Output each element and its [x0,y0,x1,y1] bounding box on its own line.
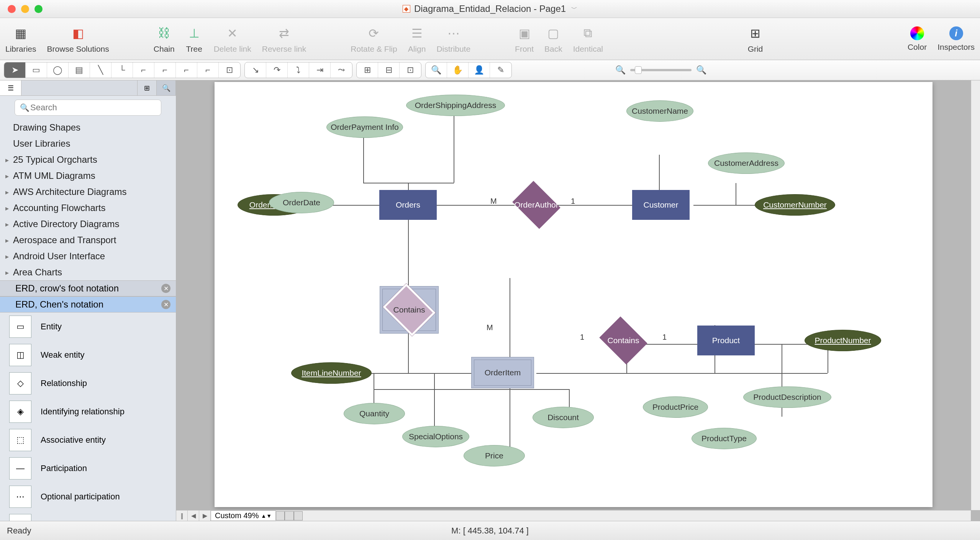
pointer-tool[interactable]: ➤ [4,62,26,78]
arrow-tool-2[interactable]: ↷ [266,62,288,78]
page-thumbnails[interactable] [276,511,303,520]
attr-price[interactable]: Price [464,445,525,466]
attr-orderdate[interactable]: OrderDate [269,192,334,213]
attr-productnumber[interactable]: ProductNumber [805,330,881,351]
vertical-scrollbar[interactable] [971,80,980,510]
lib-item[interactable]: Drawing Shapes [0,119,176,136]
attr-customername[interactable]: CustomerName [626,100,693,122]
connector-tool-1[interactable]: ⌐ [133,62,154,78]
zoom-out-icon[interactable]: 🔍 [615,65,626,75]
rel-orderauthor[interactable]: OrderAuthor [510,184,563,226]
group-tool-1[interactable]: ⊞ [357,62,378,78]
hand-tool[interactable]: ✋ [447,62,469,78]
rel-contains-2[interactable]: Contains [597,319,650,362]
attr-customernumber[interactable]: CustomerNumber [755,194,835,216]
status-text: Ready [0,526,38,536]
person-tool[interactable]: 👤 [469,62,490,78]
canvas-page[interactable]: M 1 1 M 1 1 OrderNumber OrderDate OrderP… [215,82,932,507]
arrow-tool-4[interactable]: ⇥ [309,62,331,78]
back-button: ▢Back [544,25,562,54]
lib-item[interactable]: User Libraries [0,136,176,152]
library-search-input[interactable] [15,100,161,116]
stencil-header-crow[interactable]: ERD, crow's foot notation✕ [0,280,176,296]
zoom-slider[interactable] [630,69,692,71]
maximize-window-button[interactable] [34,5,43,13]
entity-orders[interactable]: Orders [379,190,437,220]
connector-tool-3[interactable]: ⌐ [176,62,197,78]
grid-button[interactable]: ⊞Grid [746,25,764,54]
scroll-pause-icon[interactable]: ‖ [176,511,188,521]
attr-producttype[interactable]: ProductType [692,428,757,449]
attr-ordershipping[interactable]: OrderShippingAddress [406,95,505,116]
arrow-tool-3[interactable]: ⤵ [288,62,309,78]
zoom-select[interactable]: Custom 49%▲▼ [211,511,276,521]
lib-item[interactable]: 25 Typical Orgcharts [0,152,176,168]
entity-orderitem[interactable]: OrderItem [474,360,531,386]
lib-item[interactable]: Accounting Flowcharts [0,200,176,216]
chain-button[interactable]: ⛓Chain [154,25,175,54]
reverse-link-button: ⇄Reverse link [262,25,306,54]
attr-specialoptions[interactable]: SpecialOptions [402,426,469,447]
close-icon[interactable]: ✕ [161,300,170,309]
attr-discount[interactable]: Discount [533,407,594,428]
connector-tool-4[interactable]: ⌐ [197,62,219,78]
browse-solutions-button[interactable]: ◧Browse Solutions [47,25,109,54]
attr-quantity[interactable]: Quantity [344,403,405,424]
entity-product[interactable]: Product [697,326,755,355]
library-list[interactable]: Drawing Shapes User Libraries 25 Typical… [0,119,176,521]
color-button[interactable]: Color [908,26,927,52]
zoom-in-icon[interactable]: 🔍 [696,65,706,75]
title-dropdown-icon[interactable]: ﹀ [571,5,577,13]
arrow-tool-1[interactable]: ↘ [245,62,266,78]
group-tool-2[interactable]: ⊟ [378,62,400,78]
arrow-tool-5[interactable]: ⤳ [331,62,352,78]
pen-tool[interactable]: ✎ [490,62,511,78]
lib-item[interactable]: Area Charts [0,264,176,280]
shape-associative-entity[interactable]: ⬚Associative entity [0,426,176,454]
cardinality: 1 [571,197,575,206]
shape-recursive-relationship[interactable]: ↺Recursive relationship [0,511,176,521]
lib-item[interactable]: Aerospace and Transport [0,232,176,248]
shape-participation[interactable]: —Participation [0,454,176,483]
shape-identifying-relationship[interactable]: ◈Identifying relationship [0,398,176,426]
attr-orderpayment[interactable]: OrderPayment Info [326,116,403,138]
group-tool-3[interactable]: ⊡ [400,62,421,78]
attr-itemlinenumber[interactable]: ItemLineNumber [291,362,372,384]
shape-relationship[interactable]: ◇Relationship [0,369,176,398]
sidebar-tab-content[interactable] [21,80,138,95]
lib-item[interactable]: Active Directory Diagrams [0,216,176,232]
attr-productdescription[interactable]: ProductDescription [743,386,831,408]
attr-customeraddress[interactable]: CustomerAddress [708,152,785,174]
sidebar-tab-tree[interactable]: ☰ [0,80,21,95]
close-window-button[interactable] [8,5,16,13]
connector-tool-2[interactable]: ⌐ [154,62,176,78]
lib-item[interactable]: Android User Interface [0,248,176,264]
lib-item[interactable]: ATM UML Diagrams [0,168,176,184]
close-icon[interactable]: ✕ [161,284,170,293]
shape-optional-participation[interactable]: ⋯Optional participation [0,483,176,511]
stencil-header-chen[interactable]: ERD, Chen's notation✕ [0,296,176,313]
entity-customer[interactable]: Customer [632,190,690,220]
text-tool[interactable]: ▤ [69,62,90,78]
connector-tool-5[interactable]: ⊡ [219,62,240,78]
line-tool-2[interactable]: └ [111,62,133,78]
lib-item[interactable]: AWS Architecture Diagrams [0,184,176,200]
libraries-button[interactable]: ▦Libraries [5,25,36,54]
ellipse-tool[interactable]: ◯ [47,62,69,78]
zoom-tool[interactable]: 🔍 [426,62,447,78]
rel-contains-1[interactable]: Contains [382,289,436,331]
minimize-window-button[interactable] [21,5,29,13]
inspectors-button[interactable]: iInspectors [937,26,975,52]
sidebar-view-grid[interactable]: ⊞ [138,80,157,95]
shape-entity[interactable]: ▭Entity [0,313,176,341]
line-tool-1[interactable]: ╲ [90,62,111,78]
attr-productprice[interactable]: ProductPrice [643,396,708,418]
scroll-prev-icon[interactable]: ◀ [188,511,199,521]
rect-tool[interactable]: ▭ [26,62,47,78]
tree-button[interactable]: ⊥Tree [185,25,203,54]
sidebar-search-tab[interactable]: 🔍 [157,80,176,95]
shape-weak-entity[interactable]: ◫Weak entity [0,341,176,369]
scroll-next-icon[interactable]: ▶ [199,511,211,521]
canvas-area[interactable]: M 1 1 M 1 1 OrderNumber OrderDate OrderP… [176,80,980,521]
horizontal-scrollbar[interactable]: ‖ ◀ ▶ Custom 49%▲▼ [176,510,971,521]
